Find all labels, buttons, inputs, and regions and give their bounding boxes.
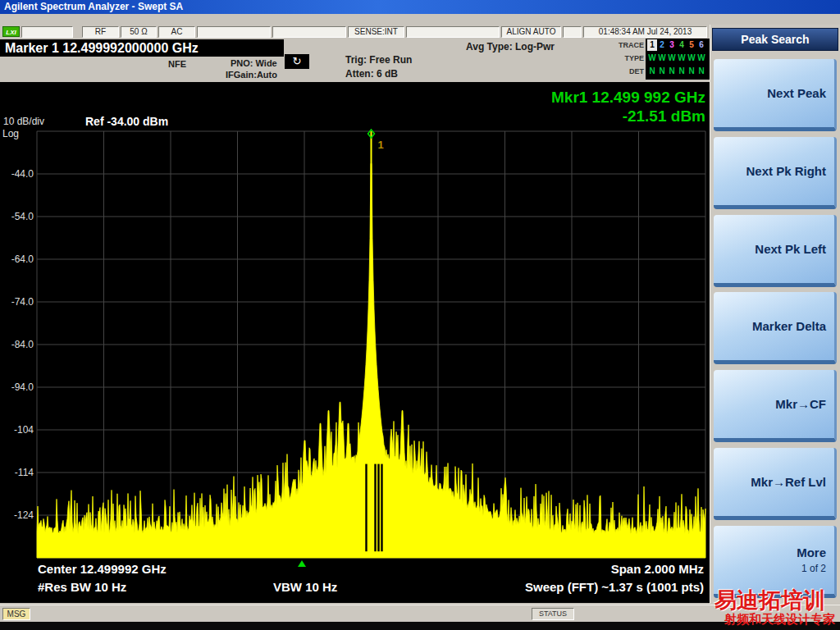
trace-type: W <box>667 52 677 64</box>
window-title: Agilent Spectrum Analyzer - Swept SA <box>4 1 183 12</box>
status-coupling: AC <box>158 26 195 38</box>
scale-per-div-label: 10 dB/div <box>3 116 44 127</box>
det-row-label: DET <box>613 67 644 75</box>
trace-number: 2 <box>657 39 667 51</box>
status-impedance: 50 Ω <box>121 26 157 38</box>
softkey-mkr-cf[interactable]: Mkr→CF <box>714 370 837 442</box>
trace-type: W <box>687 52 696 64</box>
span-label: Span 2.000 MHz <box>611 562 704 576</box>
trace-number: 4 <box>677 39 687 51</box>
ifgain-label: IFGain:Auto <box>226 70 277 80</box>
status-rf: RF <box>82 26 119 38</box>
trace-det: N <box>647 66 657 77</box>
status-align: ALIGN AUTO <box>501 26 561 38</box>
softkey-marker-delta[interactable]: Marker Delta <box>714 292 837 364</box>
status-cell-blank <box>272 26 346 38</box>
active-function-text: Marker 1 12.499992000000 GHz <box>5 41 199 55</box>
y-axis-label: -44.0 <box>0 168 34 180</box>
status-indicator: STATUS <box>532 608 574 620</box>
ref-level-label: Ref -34.00 dBm <box>85 115 168 128</box>
trace-type: W <box>657 52 667 64</box>
trace-det: N <box>657 66 667 77</box>
trace-det: N <box>677 66 687 77</box>
bottom-strip <box>0 622 840 630</box>
trace-number: 3 <box>667 39 677 51</box>
continuous-sweep-icon: ↻ <box>285 54 309 69</box>
window-title-bar: Agilent Spectrum Analyzer - Swept SA <box>0 0 840 14</box>
active-function-bar: Marker 1 12.499992000000 GHz <box>0 39 284 57</box>
softkey-next-pk-right[interactable]: Next Pk Right <box>714 137 837 209</box>
y-axis-label: -94.0 <box>0 381 34 393</box>
status-cell-blank <box>21 26 73 38</box>
trigger-label: Trig: Free Run <box>345 54 412 66</box>
trace-row-label: TRACE <box>613 41 644 49</box>
y-axis-label: -114 <box>0 467 34 478</box>
trace-det: N <box>687 66 696 77</box>
y-axis-label: -54.0 <box>0 211 34 222</box>
lxi-indicator: LXI <box>2 26 20 37</box>
nfe-label: NFE <box>168 59 186 69</box>
display-screen: 1 Mkr1 12.499 992 GHz -21.51 dBm 10 dB/d… <box>0 82 710 603</box>
res-bw-label: #Res BW 10 Hz <box>38 580 126 594</box>
trace-det: N <box>667 66 677 77</box>
y-axis-label: -74.0 <box>0 296 34 308</box>
watermark-line2: 射频和天线设计专家 <box>724 612 835 628</box>
scale-type-label: Log <box>2 128 19 139</box>
trace-type: W <box>647 52 657 64</box>
y-axis-label: -64.0 <box>0 253 34 265</box>
watermark-line1: 易迪拓培训 <box>714 586 825 615</box>
vbw-label: VBW 10 Hz <box>273 580 337 594</box>
pno-label: PNO: Wide <box>231 58 277 68</box>
status-cell-blank <box>197 26 271 38</box>
softkey-menu-title: Peak Search <box>712 28 838 51</box>
marker-readout-freq: Mkr1 12.499 992 GHz <box>551 89 705 107</box>
marker1-number: 1 <box>378 139 384 151</box>
y-axis-label: -104 <box>0 424 34 436</box>
trace-type: W <box>677 52 687 64</box>
trace-type: W <box>696 52 706 64</box>
trace-det: N <box>696 66 706 77</box>
softkey-sidebar: Peak Search Next PeakNext Pk RightNext P… <box>710 25 840 604</box>
msg-button[interactable]: MSG <box>2 608 30 620</box>
spectrum-plot: 1 <box>0 82 710 603</box>
avg-type-label: Avg Type: Log-Pwr <box>466 41 555 52</box>
softkey-next-pk-left[interactable]: Next Pk Left <box>714 215 837 287</box>
trace-number: 5 <box>687 39 696 51</box>
trace-number: 1 <box>647 39 657 51</box>
status-sense: SENSE:INT <box>348 26 404 38</box>
status-cell-blank <box>563 26 582 38</box>
marker-readout-level: -21.51 dBm <box>623 107 705 126</box>
y-axis-label: -84.0 <box>0 339 34 350</box>
status-cell-blank <box>406 26 500 38</box>
type-row-label: TYPE <box>613 54 644 62</box>
trace-number: 6 <box>696 39 706 51</box>
trace-state-panel: 123456WWWWWWNNNNNN <box>646 39 710 80</box>
softkey-mkr-ref-lvl[interactable]: Mkr→Ref Lvl <box>714 448 837 520</box>
center-freq-indicator-icon <box>298 560 306 567</box>
softkey-next-peak[interactable]: Next Peak <box>714 59 837 131</box>
status-datetime: 01:48:34 AM Jul 24, 2013 <box>583 26 707 38</box>
atten-label: Atten: 6 dB <box>345 68 398 80</box>
y-axis-label: -124 <box>0 509 34 521</box>
center-freq-label: Center 12.499992 GHz <box>38 562 167 576</box>
sweep-label: Sweep (FFT) ~1.37 s (1001 pts) <box>525 580 704 594</box>
